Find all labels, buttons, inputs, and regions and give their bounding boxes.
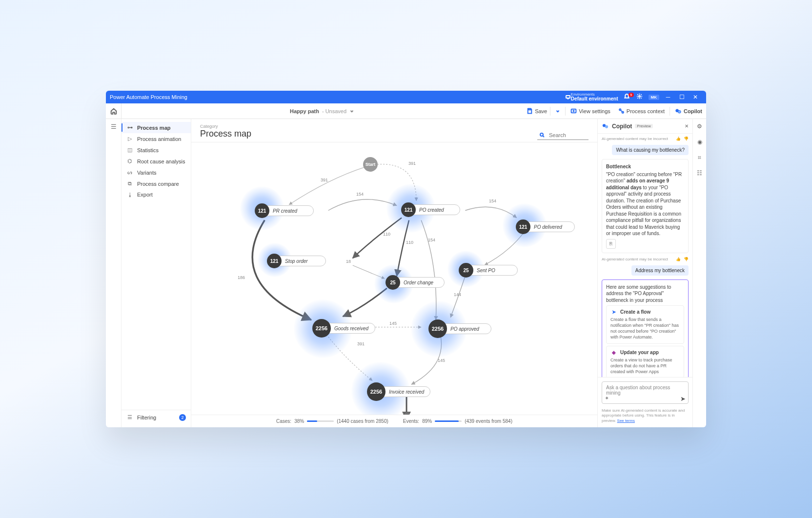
node-label: PR created [263,205,314,216]
sidebar-item-statistics[interactable]: ◫ Statistics [122,144,191,156]
copilot-footer-note: Make sure AI-generated content is accura… [598,406,692,427]
edge-label: 18 [346,259,351,264]
suggestion-create-flow[interactable]: ➤Create a flow Create a flow that sends … [606,305,684,344]
context-icon [618,108,625,114]
hierarchy-icon[interactable]: ⌗ [698,154,701,161]
sidebar-item-export[interactable]: ⭳ Export [122,189,191,200]
statusbar: Cases: 38% (1440 cases from 2850) Events… [191,415,597,427]
sidebar-item-label: Statistics [137,147,159,153]
ai-warning-label: AI-generated content may be incorrect [602,257,668,261]
process-context-label: Process context [627,108,665,114]
home-button[interactable] [106,103,122,119]
node-po-delivered[interactable]: 121 PO delivered [516,219,575,234]
sidebar-item-variants[interactable]: ᔕ Variants [122,167,191,178]
node-sent-po[interactable]: 25 Sent PO [459,263,518,278]
hamburger-button[interactable]: ☰ [111,123,117,130]
toolbar: Happy path - Unsaved Save View settings … [106,103,706,119]
assistant-message: Bottleneck "PO creation" occurring befor… [602,159,689,253]
svg-point-5 [573,110,574,111]
node-invoice-received[interactable]: 2256 Invoice received [367,382,430,401]
node-pr-created[interactable]: 121 PR created [255,203,314,218]
sidebar-item-label: Root cause analysis [137,159,185,164]
cases-slider[interactable] [307,420,334,422]
right-rail: ⚙ ◉ ⌗ ☷ [692,119,706,427]
suggestion-update-app[interactable]: ◆Update your app Create a view to track … [606,346,684,377]
thumbs-down-button[interactable]: 👎 [684,137,689,141]
main-area: Category Process map [191,119,597,427]
save-button[interactable]: Save [523,103,564,119]
settings-rail-icon[interactable]: ☷ [697,170,702,177]
sidebar-item-root-cause[interactable]: ⌬ Root cause analysis [122,156,191,167]
node-goods-received[interactable]: 2256 Goods received [312,319,375,338]
environment-label: Environments [571,93,618,97]
node-label: Order change [393,277,445,288]
thumbs-up-button[interactable]: 👍 [676,257,681,261]
node-count: 121 [255,203,269,218]
notifications-button[interactable]: 9 [621,94,633,101]
sidebar-item-process-animation[interactable]: ▷ Process animation [122,133,191,144]
edge-label: 145 [389,321,397,326]
filtering-label: Filtering [137,415,156,420]
window-close[interactable]: ✕ [689,94,702,100]
window-minimize[interactable]: ─ [661,94,675,100]
send-button[interactable]: ➤ [680,395,686,402]
breadcrumb-title: Happy path [290,108,319,114]
environment-name: Default environment [571,97,618,101]
settings-button[interactable] [633,93,647,101]
window-maximize[interactable]: ☐ [675,94,689,100]
breadcrumb-status: - Unsaved [322,108,346,114]
search-input[interactable] [548,132,585,139]
thumbs-down-button[interactable]: 👎 [684,257,689,261]
filter-icon: ☰ [126,414,133,420]
process-context-button[interactable]: Process context [614,103,669,119]
search-input-wrap[interactable] [537,131,589,140]
download-icon: ⭳ [126,192,133,198]
breadcrumb[interactable]: Happy path - Unsaved [122,108,523,114]
home-icon [110,108,117,115]
node-po-created[interactable]: 121 PO created [401,202,460,217]
eye-icon[interactable]: ◉ [697,139,702,145]
sidebar-item-filtering[interactable]: ☰ Filtering 2 [122,410,191,424]
svg-rect-0 [566,96,570,98]
sparkle-icon[interactable]: ✦ [605,395,609,402]
see-terms-link[interactable]: See terms [617,418,635,423]
sliders-icon[interactable]: ⚙ [697,123,702,130]
svg-line-8 [621,110,622,112]
environment-picker[interactable]: Environments Default environment [571,93,618,101]
copilot-panel: Copilot Preview ✕ AI-generated content m… [597,119,692,427]
thumbs-up-button[interactable]: 👍 [676,137,681,141]
ai-warning-label: AI-generated content may be incorrect [602,137,668,141]
copilot-toolbar-button[interactable]: Copilot [671,103,706,119]
events-slider[interactable] [435,420,462,422]
node-label: PO delivered [524,221,575,232]
view-settings-button[interactable]: View settings [567,103,614,119]
input-placeholder: Ask a question about process mining [606,385,684,396]
node-label: Invoice received [379,386,430,397]
node-count: 2256 [428,319,447,338]
app-window: Power Automate Process Mining Environmen… [106,91,706,427]
sidebar-item-process-map[interactable]: ⊶ Process map [122,122,191,133]
node-po-approved[interactable]: 2256 PO approved [428,319,491,338]
copilot-close-button[interactable]: ✕ [685,123,689,129]
search-icon [539,132,545,138]
node-start[interactable]: Start [363,157,378,172]
user-message: Address my bottleneck [631,265,689,276]
edge-label: 145 [438,358,445,363]
copilot-label: Copilot [684,108,702,114]
svg-point-2 [639,96,640,97]
chevron-down-icon[interactable] [555,109,560,114]
sidebar-item-label: Process compare [137,181,179,187]
edge-label: 154 [489,199,496,203]
node-order-change[interactable]: 25 Order change [386,275,445,290]
node-count: 121 [516,219,530,234]
edge-label: 391 [321,178,328,182]
notifications-badge: 9 [629,93,633,97]
node-label: PO approved [440,323,491,334]
user-avatar[interactable]: MK [649,95,659,100]
copy-button[interactable]: ⎘ [606,239,616,249]
node-count: 2256 [312,319,331,338]
sidebar-item-process-compare[interactable]: ⧉ Process compare [122,178,191,189]
node-stop-order[interactable]: 121 Stop order [267,254,326,268]
process-map-canvas[interactable]: 391 391 154 154 110 110 154 18 186 145 1… [191,142,597,415]
events-detail: (439 events from 584) [465,418,512,424]
